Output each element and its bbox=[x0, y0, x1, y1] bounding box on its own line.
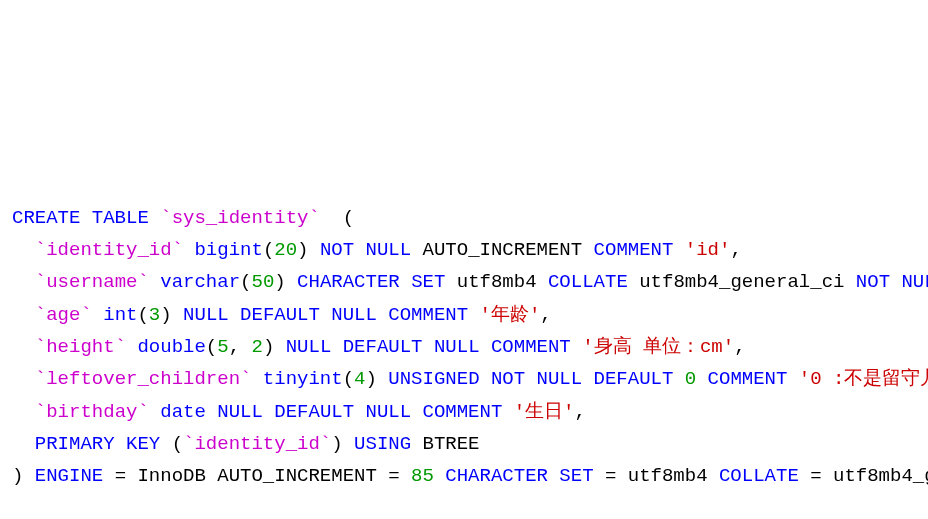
token-kw: ENGINE bbox=[35, 465, 103, 487]
token-num: 3 bbox=[149, 304, 160, 326]
token-plain: ) bbox=[331, 433, 354, 455]
sql-code: CREATE TABLE `sys_identity` ( `identity_… bbox=[12, 202, 916, 519]
token-bt: `sys_identity` bbox=[160, 207, 320, 229]
token-plain: ( bbox=[343, 368, 354, 390]
token-num: 5 bbox=[217, 336, 228, 358]
token-plain bbox=[411, 239, 422, 261]
token-plain: = utf8mb4 bbox=[594, 465, 719, 487]
token-num: 20 bbox=[274, 239, 297, 261]
token-plain: AUTO_INCREMENT bbox=[423, 239, 583, 261]
token-plain: = utf8mb4_general_ci ROW_FORMAT = DYNAMI… bbox=[799, 465, 928, 487]
token-str: '年龄' bbox=[480, 304, 541, 326]
token-num: 50 bbox=[251, 271, 274, 293]
token-str: '身高 单位：cm' bbox=[582, 336, 734, 358]
token-plain: , bbox=[730, 239, 741, 261]
token-plain bbox=[673, 368, 684, 390]
token-plain: BTREE bbox=[411, 433, 479, 455]
token-kw: COMMENT bbox=[708, 368, 788, 390]
token-plain: ( bbox=[206, 336, 217, 358]
token-bt: `birthday` bbox=[35, 401, 149, 423]
token-plain: ( bbox=[320, 207, 354, 229]
token-kw: COLLATE bbox=[719, 465, 799, 487]
sql-code-block: CREATE TABLE `sys_identity` ( `identity_… bbox=[12, 137, 916, 519]
token-num: 4 bbox=[354, 368, 365, 390]
token-plain bbox=[149, 401, 160, 423]
token-plain: ( bbox=[137, 304, 148, 326]
token-bt: `identity_id` bbox=[35, 239, 183, 261]
token-kw: NOT NULL bbox=[320, 239, 411, 261]
token-plain: utf8mb4_general_ci bbox=[628, 271, 856, 293]
token-kw: NOT NULL COMMENT bbox=[856, 271, 928, 293]
token-plain: ( bbox=[160, 433, 183, 455]
token-plain: ) bbox=[274, 271, 297, 293]
token-bt: `height` bbox=[35, 336, 126, 358]
token-plain bbox=[571, 336, 582, 358]
token-str: '生日' bbox=[514, 401, 575, 423]
token-plain bbox=[12, 239, 35, 261]
token-bt: `username` bbox=[35, 271, 149, 293]
token-plain bbox=[12, 401, 35, 423]
token-bt: `identity_id` bbox=[183, 433, 331, 455]
token-plain bbox=[12, 304, 35, 326]
token-plain bbox=[12, 336, 35, 358]
token-kw: CHARACTER SET bbox=[445, 465, 593, 487]
token-plain: ) bbox=[263, 336, 286, 358]
token-plain bbox=[696, 368, 707, 390]
token-kw: PRIMARY KEY bbox=[35, 433, 160, 455]
token-kw: tinyint bbox=[263, 368, 343, 390]
token-plain bbox=[251, 368, 262, 390]
token-str: 'id' bbox=[685, 239, 731, 261]
token-bt: `leftover_children` bbox=[35, 368, 252, 390]
token-plain: utf8mb4 bbox=[445, 271, 548, 293]
token-num: 2 bbox=[251, 336, 262, 358]
token-plain: ( bbox=[263, 239, 274, 261]
token-plain bbox=[502, 401, 513, 423]
token-plain bbox=[468, 304, 479, 326]
token-plain bbox=[673, 239, 684, 261]
token-plain bbox=[434, 465, 445, 487]
token-kw: CHARACTER SET bbox=[297, 271, 445, 293]
token-plain: , bbox=[229, 336, 252, 358]
token-plain: ( bbox=[240, 271, 251, 293]
token-plain: ) bbox=[12, 465, 35, 487]
token-plain: ) bbox=[366, 368, 389, 390]
token-kw: COLLATE bbox=[548, 271, 628, 293]
token-kw: varchar bbox=[160, 271, 240, 293]
token-str: '0 :不是留守儿童 1：是' bbox=[799, 368, 928, 390]
token-plain bbox=[582, 239, 593, 261]
token-kw: UNSIGNED NOT NULL DEFAULT bbox=[388, 368, 673, 390]
token-kw: NULL DEFAULT NULL COMMENT bbox=[183, 304, 468, 326]
token-plain bbox=[12, 433, 35, 455]
token-kw: CREATE TABLE bbox=[12, 207, 149, 229]
token-kw: COMMENT bbox=[594, 239, 674, 261]
token-plain bbox=[12, 368, 35, 390]
token-plain bbox=[787, 368, 798, 390]
token-plain: ) bbox=[297, 239, 320, 261]
token-plain bbox=[149, 207, 160, 229]
token-plain: , bbox=[540, 304, 551, 326]
token-plain: = InnoDB AUTO_INCREMENT = bbox=[103, 465, 411, 487]
token-plain: ) bbox=[160, 304, 183, 326]
token-kw: NULL DEFAULT NULL COMMENT bbox=[286, 336, 571, 358]
token-bt: `age` bbox=[35, 304, 92, 326]
token-plain bbox=[183, 239, 194, 261]
token-plain: , bbox=[575, 401, 586, 423]
token-kw: date NULL DEFAULT NULL COMMENT bbox=[160, 401, 502, 423]
token-kw: bigint bbox=[194, 239, 262, 261]
token-kw: int bbox=[103, 304, 137, 326]
token-num: 0 bbox=[685, 368, 696, 390]
token-plain bbox=[92, 304, 103, 326]
token-plain bbox=[126, 336, 137, 358]
token-num: 85 bbox=[411, 465, 434, 487]
token-plain bbox=[149, 271, 160, 293]
token-kw: double bbox=[137, 336, 205, 358]
token-kw: USING bbox=[354, 433, 411, 455]
token-plain: , bbox=[734, 336, 745, 358]
token-plain bbox=[12, 271, 35, 293]
